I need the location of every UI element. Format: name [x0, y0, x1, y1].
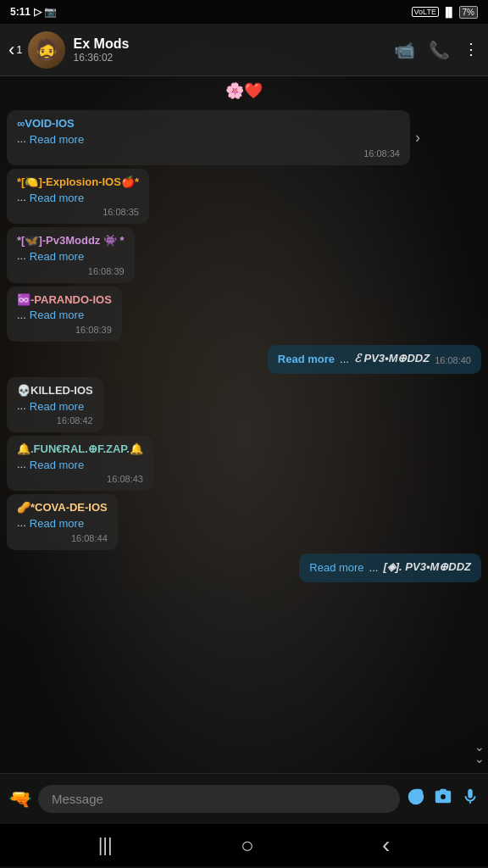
msg-sender: ♾️-PARANDO-IOS — [17, 293, 112, 306]
back-nav-button[interactable]: ‹ — [382, 832, 390, 859]
message-2: *[🍋]-Explosion-IOS🍎* ... Read more 16:08… — [7, 169, 149, 224]
message-8: 🥜*COVA-DE-IOS ... Read more 16:08:44 — [7, 494, 118, 549]
msg-sender: 🔔.FUN€RAL.⊕F.ZAP.🔔 — [17, 442, 143, 455]
msg-text: ... — [17, 457, 26, 472]
message-3: *[🦋]-Pv3Moddz 👾 * ... Read more 16:08:39 — [7, 227, 135, 282]
msg-sender: *[🍋]-Explosion-IOS🍎* — [17, 175, 139, 188]
read-more-btn-8[interactable]: Read more — [30, 517, 84, 530]
chat-header: ‹ 1 🧔 Ex Mods 16:36:02 📹 📞 ⋮ — [0, 24, 488, 76]
read-more-btn-3[interactable]: Read more — [30, 250, 84, 263]
msg-ellipsis: ... — [340, 352, 349, 367]
message-input[interactable] — [38, 785, 400, 813]
message-4: ♾️-PARANDO-IOS ... Read more 16:08:39 — [7, 287, 122, 342]
emoji-row: 🌸❤️ — [0, 76, 488, 105]
message-5-sent: Read more ... ℰ PV3•M⊕DDZ 16:08:40 — [268, 345, 481, 374]
msg-ellipsis: ... — [369, 560, 379, 576]
message-9-sent: Read more ... [◈]. PV3•M⊕DDZ — [299, 554, 481, 582]
msg-time: 16:08:34 — [17, 148, 400, 159]
msg-text: ... — [17, 398, 26, 414]
video-call-icon[interactable]: 📹 — [394, 40, 415, 60]
input-bar: 🔫 — [0, 773, 488, 824]
msg-sender: 💀KILLED-IOS — [17, 384, 93, 397]
header-info: Ex Mods 16:36:02 — [74, 36, 394, 64]
header-actions: 📹 📞 ⋮ — [394, 40, 480, 60]
msg-time: 16:08:39 — [17, 325, 112, 335]
nav-bar: ||| ○ ‹ — [0, 824, 488, 866]
status-icons: ▷ 📷 — [34, 6, 57, 18]
camera-icon[interactable] — [434, 787, 452, 810]
collapse-icon-1[interactable]: › — [410, 129, 420, 147]
menu-icon[interactable]: ⋮ — [463, 40, 480, 60]
scroll-indicator[interactable]: ⌄ ⌄ — [474, 741, 485, 765]
sticker-icon[interactable] — [407, 787, 425, 810]
read-more-btn-6[interactable]: Read more — [30, 400, 84, 413]
msg-sender: *[🦋]-Pv3Moddz 👾 * — [17, 234, 125, 247]
attachment-icon[interactable]: 🔫 — [8, 788, 31, 810]
message-1: ∞VOID-IOS ... Read more 16:08:34 — [7, 110, 410, 165]
msg-text: ... — [17, 248, 26, 264]
battery: 7% — [459, 6, 478, 19]
msg-text: ... — [17, 190, 26, 205]
chat-area: ∞VOID-IOS ... Read more 16:08:34 › *[🍋]-… — [0, 105, 488, 773]
signal-bars: ▐▌ — [442, 7, 456, 17]
last-seen: 16:36:02 — [74, 52, 394, 64]
status-left: 5:11 ▷ 📷 — [10, 6, 57, 18]
status-bar: 5:11 ▷ 📷 VoLTE ▐▌ 7% — [0, 0, 488, 24]
msg-sender: 🥜*COVA-DE-IOS — [17, 501, 108, 514]
read-more-btn-1[interactable]: Read more — [30, 133, 84, 146]
avatar[interactable]: 🧔 — [28, 31, 65, 69]
back-button[interactable]: ‹ — [8, 39, 14, 61]
volte-indicator: VoLTE — [412, 7, 439, 17]
msg-text: ... — [17, 131, 26, 147]
recent-apps-button[interactable]: ||| — [98, 834, 113, 856]
mic-icon[interactable] — [461, 787, 480, 810]
read-more-btn-4[interactable]: Read more — [30, 309, 84, 321]
msg-text: ... — [17, 515, 26, 531]
msg-time: 16:08:39 — [17, 266, 125, 276]
group-name: Ex Mods — [74, 36, 394, 52]
read-more-btn-9[interactable]: Read more — [309, 561, 363, 574]
input-right-icons — [407, 787, 480, 810]
phone-icon[interactable]: 📞 — [429, 40, 450, 60]
decorative-emojis: 🌸❤️ — [225, 82, 263, 99]
status-time: 5:11 — [10, 6, 30, 18]
msg-time: 16:08:40 — [435, 355, 471, 365]
read-more-btn-7[interactable]: Read more — [30, 459, 84, 471]
read-more-btn-2[interactable]: Read more — [30, 192, 84, 204]
status-right: VoLTE ▐▌ 7% — [412, 6, 478, 19]
msg-time: 16:08:44 — [17, 533, 108, 543]
home-button[interactable]: ○ — [241, 832, 254, 859]
msg-time: 16:08:35 — [17, 207, 139, 217]
unread-badge: 1 — [16, 43, 22, 56]
msg-time: 16:08:43 — [17, 474, 143, 484]
msg-time: 16:08:42 — [17, 415, 93, 426]
message-7: 🔔.FUN€RAL.⊕F.ZAP.🔔 ... Read more 16:08:4… — [7, 436, 153, 491]
msg-sender-inline-9: [◈]. PV3•M⊕DDZ — [383, 560, 471, 573]
msg-sender: ∞VOID-IOS — [17, 117, 400, 130]
msg-sender-inline: ℰ PV3•M⊕DDZ — [354, 352, 430, 364]
msg-text: ... — [17, 308, 26, 323]
read-more-btn-5[interactable]: Read more — [278, 353, 335, 365]
message-6: 💀KILLED-IOS ... Read more 16:08:42 — [7, 377, 103, 432]
